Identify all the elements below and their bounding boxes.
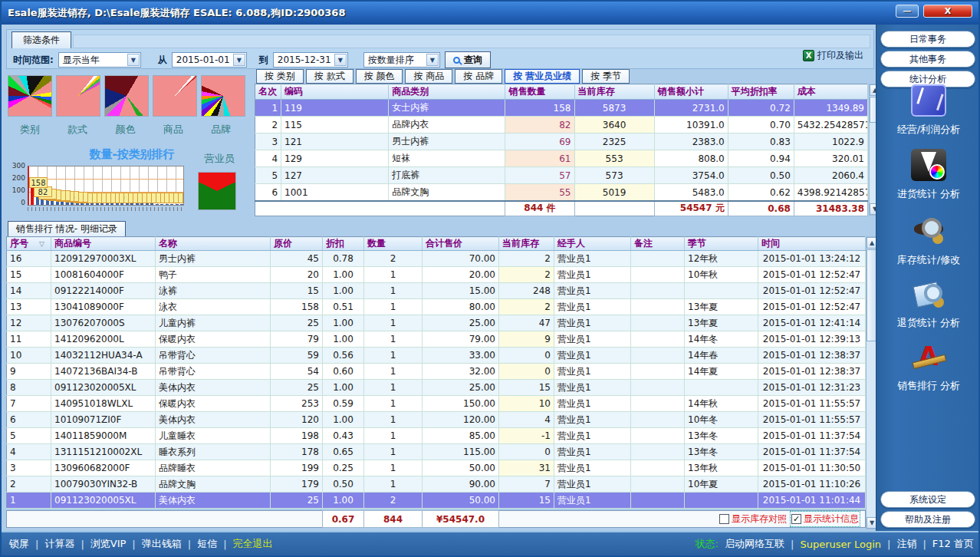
chevron-down-icon[interactable]: ▼ <box>127 54 140 66</box>
rank-tab-0[interactable]: 按 类别 <box>256 69 304 84</box>
detail-row[interactable]: 3130960682000F品牌睡衣1990.25150.0031营业员113年… <box>7 460 866 476</box>
detail-column-header[interactable]: 合计售价 <box>423 237 499 251</box>
close-button[interactable]: X <box>923 5 972 18</box>
detail-row[interactable]: 41311151210002XL睡衣系列1780.651115.000营业员11… <box>7 444 866 460</box>
rank-row[interactable]: 4129短袜61553808.00.94320.01 <box>255 150 868 167</box>
to-date-select[interactable]: 2015-12-31 ▼ <box>273 52 348 68</box>
detail-column-header[interactable]: 经手人 <box>554 237 631 251</box>
chevron-down-icon[interactable]: ▼ <box>334 54 347 66</box>
status-right-group: 状态:启动网络互联|Superuser Login|注销|F12 首页 <box>696 537 974 551</box>
rank-column-header[interactable]: 销售额小计 <box>654 84 728 100</box>
detail-row[interactable]: 8091123020005XL美体内衣251.00125.0015营业员1201… <box>7 380 866 396</box>
sort-order-select[interactable]: 按数量排序 ▼ <box>363 52 440 68</box>
rank-column-header[interactable]: 编码 <box>281 84 389 100</box>
status-item[interactable]: 状态: <box>696 537 719 551</box>
show-stats-info-checkbox[interactable]: ✓ 显示统计信息 <box>791 513 859 526</box>
detail-row[interactable]: 1091123020005XL美体内衣251.00250.0015营业员1201… <box>7 493 866 509</box>
detail-row[interactable]: 1014032112HUA34-A吊带背心590.56133.000营业员114… <box>7 348 866 364</box>
detail-column-header[interactable]: 备注 <box>631 237 685 251</box>
search-icon <box>453 57 460 64</box>
rank-row[interactable]: 5127打底裤575733754.00.502060.4 <box>255 167 868 184</box>
detail-row[interactable]: 914072136BAI34-B吊带背心540.60132.000营业员114年… <box>7 364 866 380</box>
sidebar-tool-profit-analysis[interactable]: 经营/利润分析 <box>876 84 980 137</box>
rank-row[interactable]: 1119女士内裤15858732731.00.721349.89 <box>255 100 868 117</box>
detail-column-header[interactable]: 折扣 <box>323 237 364 251</box>
bar <box>170 204 173 205</box>
status-item[interactable]: 计算器 <box>44 537 74 551</box>
status-item[interactable]: 注销 <box>896 537 916 551</box>
chevron-down-icon[interactable]: ▼ <box>426 54 439 66</box>
detail-column-header[interactable]: 原价 <box>271 237 323 251</box>
sidebar-tool-sales-rank[interactable]: A销售排行 分析 <box>876 341 980 393</box>
detail-row[interactable]: 610109071ZI0F美体内衣1201.001120.004营业员110年冬… <box>7 412 866 428</box>
filter-conditions-tab[interactable]: 筛选条件 <box>12 31 71 48</box>
product-pie-thumbnail[interactable] <box>153 75 197 117</box>
from-date-select[interactable]: 2015-01-01 ▼ <box>172 52 247 68</box>
sidebar-button-帮助及注册[interactable]: 帮助及注册 <box>880 511 975 528</box>
status-item[interactable]: 锁屏 <box>9 537 29 551</box>
status-item[interactable]: 启动网络互联 <box>725 537 784 551</box>
detail-row[interactable]: 1409122214000F泳裤151.00115.00248营业员12015-… <box>7 283 866 299</box>
status-item[interactable]: 短信 <box>197 537 217 551</box>
sidebar-button-0[interactable]: 日常事务 <box>880 31 975 48</box>
status-item[interactable]: 弹出钱箱 <box>142 537 182 551</box>
time-range-select[interactable]: 显示当年 ▼ <box>58 52 141 68</box>
sidebar-button-系统设定[interactable]: 系统设定 <box>880 491 975 508</box>
detail-row[interactable]: 7140951018WLXL保暖内衣2530.591150.0010营业员114… <box>7 396 866 412</box>
rank-column-header[interactable]: 商品类别 <box>389 84 505 100</box>
color-pie-thumbnail[interactable] <box>104 75 149 117</box>
detail-column-header[interactable]: 季节 <box>685 237 758 251</box>
search-button[interactable]: 查询 <box>445 51 491 68</box>
detail-column-header[interactable]: 数量 <box>364 237 423 251</box>
detail-row[interactable]: 1213076207000S儿童内裤251.00125.0047营业员113年夏… <box>7 315 866 331</box>
checkbox-unchecked-icon[interactable] <box>719 514 729 524</box>
detail-column-header[interactable]: 序号▽ <box>7 237 51 251</box>
detail-row[interactable]: 1114120962000L保暖内衣791.00179.009营业员114年冬2… <box>7 331 866 348</box>
detail-row[interactable]: 1510081604000F鸭子201.00120.002营业员110年秋201… <box>7 267 866 283</box>
rank-row[interactable]: 2115品牌内衣82364010391.00.705432.2542857142 <box>255 117 868 133</box>
print-export-button[interactable]: X 打印及输出 <box>803 49 863 62</box>
rank-total-discount: 0.68 <box>728 201 794 216</box>
show-stock-compare-checkbox[interactable]: 显示库存对照 <box>719 513 787 526</box>
sidebar-button-1[interactable]: 其他事务 <box>880 51 975 68</box>
rank-column-header[interactable]: 当前库存 <box>574 84 654 100</box>
detail-row[interactable]: 514011859000M儿童睡衣1980.43185.00-1营业员113年冬… <box>7 428 866 444</box>
rank-column-header[interactable]: 平均折扣率 <box>728 84 794 100</box>
sidebar-tool-returns-stats[interactable]: 退货统计 分析 <box>876 278 980 330</box>
checkbox-checked-icon[interactable]: ✓ <box>791 514 801 524</box>
rank-tab-2[interactable]: 按 颜色 <box>356 69 403 84</box>
rank-tab-3[interactable]: 按 商品 <box>405 69 452 84</box>
sidebar-tool-purchase-stats[interactable]: 进货统计 分析 <box>876 149 980 201</box>
detail-column-header[interactable]: 时间 <box>758 237 866 251</box>
sales-rank-icon: A <box>911 341 946 373</box>
detail-column-header[interactable]: 名称 <box>156 237 271 251</box>
status-item[interactable]: 浏览VIP <box>90 537 127 551</box>
rank-column-header[interactable]: 成本 <box>794 84 867 100</box>
detail-row[interactable]: 210079030YIN32-B品牌文胸1790.50190.007营业员110… <box>7 476 866 493</box>
detail-column-header[interactable]: 当前库存 <box>499 237 554 251</box>
status-item[interactable]: 完全退出 <box>233 537 273 551</box>
rank-row[interactable]: 61001品牌文胸5550195483.00.624398.9214285714 <box>255 184 868 201</box>
sidebar-tool-inventory-stats[interactable]: 库存统计/修改 <box>876 215 980 267</box>
rank-table-body: 1119女士内裤15858732731.00.721349.892115品牌内衣… <box>255 100 868 201</box>
detail-records-tab[interactable]: 销售排行 情况- 明细记录 <box>8 221 126 236</box>
detail-row[interactable]: 16120912970003XL男士内裤450.78270.002营业员112年… <box>7 251 866 267</box>
rank-row[interactable]: 3121男士内裤6923252383.00.831022.9 <box>255 133 868 150</box>
chevron-down-icon[interactable]: ▼ <box>233 54 245 66</box>
detail-row[interactable]: 1313041089000F泳衣1580.51180.002营业员113年夏20… <box>7 299 866 315</box>
detail-table-body: 16120912970003XL男士内裤450.78270.002营业员112年… <box>7 251 866 509</box>
rank-tab-5[interactable]: 按 营业员业绩 <box>505 69 580 84</box>
rank-tab-4[interactable]: 按 品牌 <box>455 69 502 84</box>
brand-pie-thumbnail[interactable] <box>201 75 245 117</box>
style-pie-thumbnail[interactable] <box>56 75 100 117</box>
detail-column-header[interactable]: 商品编号 <box>51 237 156 251</box>
rank-column-header[interactable]: 销售数量 <box>505 84 574 100</box>
rank-tab-1[interactable]: 按 款式 <box>306 69 354 84</box>
status-item[interactable]: F12 首页 <box>932 537 974 551</box>
minimize-button[interactable]: — <box>896 5 919 18</box>
status-item[interactable]: Superuser Login <box>800 539 881 550</box>
staff-pie-chart[interactable] <box>198 172 236 210</box>
rank-tab-6[interactable]: 按 季节 <box>582 69 630 84</box>
category-pie-thumbnail[interactable] <box>8 75 52 117</box>
rank-column-header[interactable]: 名次 <box>255 84 281 100</box>
